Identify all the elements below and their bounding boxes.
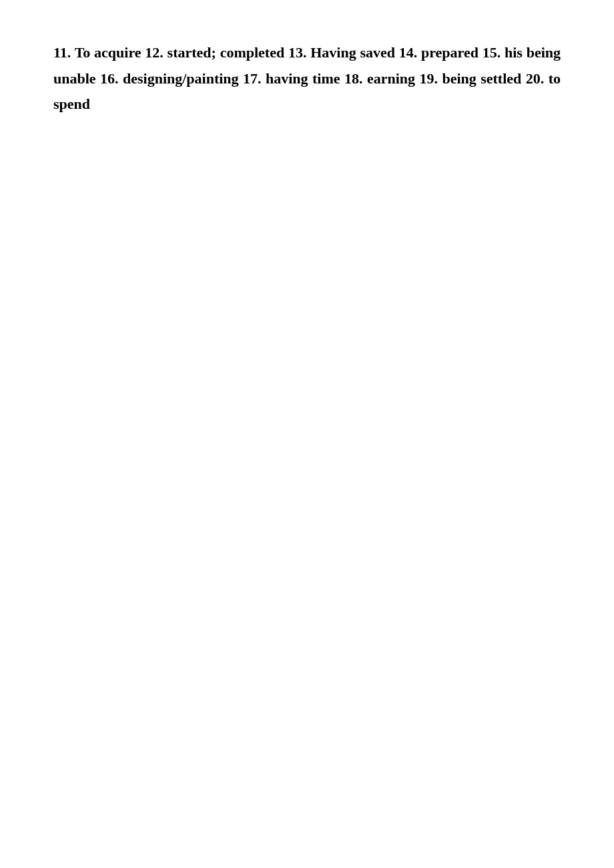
answers-paragraph: 11. To acquire 12. started; completed 13… xyxy=(53,40,561,118)
main-content: 11. To acquire 12. started; completed 13… xyxy=(0,0,614,158)
